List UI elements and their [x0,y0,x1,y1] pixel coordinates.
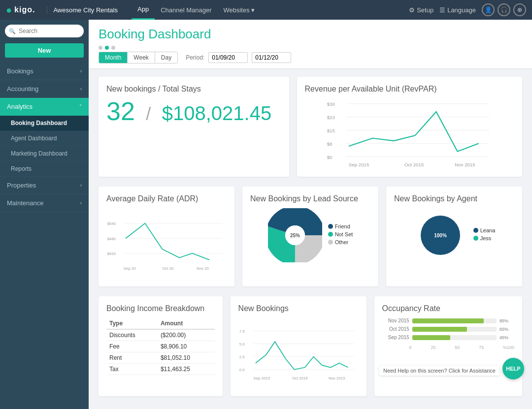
svg-text:Nov 2015: Nov 2015 [329,376,345,380]
svg-text:Sep 2015: Sep 2015 [348,162,368,167]
hbar-label-nov: Nov 2015 [382,318,409,323]
legend-dot-other [328,240,333,245]
occupancy-x-axis: 0 25 50 75 %100 [382,343,514,350]
occupancy-card: Occupancy Rate Nov 2015 85% Oct 2015 [374,296,522,396]
revpar-card: Revenue per Available Unit (RevPAR) $30 … [297,77,522,177]
svg-text:Oct 20: Oct 20 [162,266,174,271]
chevron-right-icon: › [80,68,82,74]
nav-item-websites[interactable]: Websites ▾ [217,0,261,20]
agent-legend: Leana Jess [473,227,496,243]
svg-text:Nov 2015: Nov 2015 [455,162,475,167]
income-title: Booking Income Breakdown [106,304,215,313]
revpar-chart: $30 $23 $15 $8 $0 Sep 2015 Oct 2015 Nov … [305,98,514,167]
income-table: Type Amount Discounts ($200.00) Fee $8,9… [106,318,215,375]
top-nav-right: Setup Language 👤 🎧 ⊕ [409,3,526,16]
sidebar-item-maintenance-label: Maintenance [7,199,43,207]
tab-week[interactable]: Week [128,52,155,63]
svg-text:2.5: 2.5 [239,355,245,359]
help-button[interactable]: HELP [502,358,524,379]
nav-dot-1 [99,46,102,50]
hbar-fill-oct [412,327,467,332]
income-type-tax: Tax [106,364,158,375]
legend-other: Other [328,239,353,245]
sidebar-sub-agent-dashboard[interactable]: Agent Dashboard [0,131,89,146]
sidebar-item-maintenance[interactable]: Maintenance › [0,194,89,212]
user-icon-1[interactable]: 👤 [482,3,495,16]
legend-label-other: Other [335,239,349,245]
sidebar-item-accounting[interactable]: Accounting › [0,80,89,98]
svg-text:$15: $15 [327,128,334,133]
income-type-fee: Fee [106,341,158,352]
svg-text:Oct 2015: Oct 2015 [292,376,308,380]
sidebar-sub-marketing-dashboard[interactable]: Marketing Dashboard [0,146,89,161]
search-icon: 🔍 [9,28,16,34]
bookings-count: 32 / $108,021.45 [106,98,281,124]
sidebar-item-analytics[interactable]: Analytics ˅ [0,98,89,116]
date-from-input[interactable] [208,52,248,63]
help-tooltip: Need Help on this screen? Click for Assi… [379,366,499,376]
hbar-fill-sep [412,335,450,340]
search-input[interactable] [5,25,84,37]
search-wrap: 🔍 [5,25,84,37]
top-navigation: ● kigo. Awesome City Rentals App Channel… [0,0,532,20]
agent-card: New Bookings by Agent 100% Leana Jes [386,187,522,286]
sidebar-item-properties[interactable]: Properties › [0,177,89,194]
sidebar-sub-booking-dashboard[interactable]: Booking Dashboard [0,116,89,131]
hbar-track-nov [412,318,497,323]
tab-month[interactable]: Month [99,52,128,63]
user-icons: 👤 🎧 ⊕ [482,3,526,16]
logo: ● kigo. [6,4,35,16]
legend-label-friend: Friend [335,223,350,229]
hbar-fill-nov [412,318,484,323]
nav-item-channel-manager[interactable]: Channel Manager [155,0,217,20]
dashboard-body: New bookings / Total Stays 32 / $108,021… [89,69,532,409]
sidebar-item-properties-label: Properties [7,182,36,189]
new-bookings-stat-card: New bookings / Total Stays 32 / $108,021… [99,77,289,177]
logo-text: kigo. [14,5,35,14]
agent-pie-container: 100% Leana Jess [394,208,514,262]
tab-day[interactable]: Day [155,52,177,63]
lead-source-title: New Bookings by Lead Source [250,194,370,203]
nav-item-app[interactable]: App [132,0,155,20]
svg-text:$23: $23 [327,115,334,120]
top-nav-menu: App Channel Manager Websites ▾ [132,0,261,20]
x-label-50: 50 [455,345,460,350]
hbar-val-oct: 65% [499,327,514,332]
income-amount-rent: $81,052.10 [158,352,215,364]
income-col-amount: Amount [158,318,215,329]
income-amount-fee: $8,906.10 [158,341,215,352]
agent-pie-svg: 100% [413,208,467,262]
menu-icon [439,6,445,14]
legend-jess: Jess [473,235,496,241]
hbar-val-nov: 85% [499,318,514,323]
svg-text:Sep 2015: Sep 2015 [253,376,270,380]
new-button[interactable]: New [5,43,84,58]
hbar-oct: Oct 2015 65% [382,326,514,332]
language-link[interactable]: Language [439,6,476,14]
sidebar-item-bookings[interactable]: Bookings › [0,63,89,80]
hbar-sep: Sep 2015 45% [382,335,514,340]
nav-dots [99,46,522,50]
legend-dot-friend [328,224,333,229]
income-amount-discounts: ($200.00) [158,329,215,341]
svg-text:25%: 25% [290,233,300,238]
legend-label-notset: Not Set [335,231,353,237]
svg-text:5.0: 5.0 [239,342,245,346]
chevron-right-icon-2: › [80,86,82,92]
setup-link[interactable]: Setup [409,6,433,14]
x-label-100: %100 [503,345,514,350]
sidebar-sub-reports[interactable]: Reports [0,161,89,177]
adr-card: Average Daily Rate (ADR) $540 $480 $420 … [99,187,234,286]
user-icon-2[interactable]: 🎧 [498,3,510,16]
income-breakdown-card: Booking Income Breakdown Type Amount Dis… [99,296,223,396]
sidebar-item-accounting-label: Accounting [7,85,38,93]
new-bookings-chart-title: New Bookings [238,304,359,313]
mid-row: Average Daily Rate (ADR) $540 $480 $420 … [99,187,522,286]
date-navigation: Month Week Day Period: [99,52,522,63]
page-title: Booking Dashboard [99,27,522,42]
date-to-input[interactable] [252,52,291,63]
sidebar: 🔍 New Bookings › Accounting › Analytics … [0,20,89,409]
user-icon-3[interactable]: ⊕ [513,3,526,16]
logo-icon: ● [6,4,12,16]
table-row: Tax $11,463.25 [106,364,215,375]
